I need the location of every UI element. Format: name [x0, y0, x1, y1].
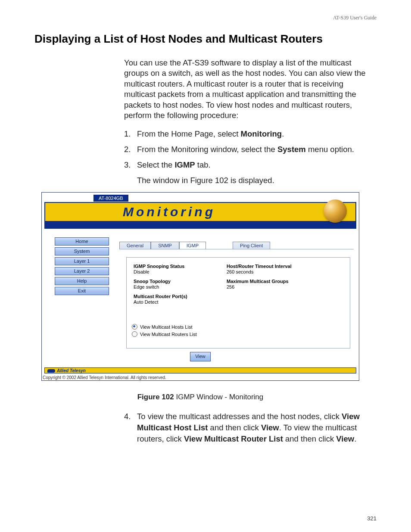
igmp-card: IGMP Snooping Status Disable Snoop Topol…	[126, 257, 350, 348]
nav-layer1[interactable]: Layer 1	[55, 257, 109, 265]
timeout-interval-label: Host/Router Timeout Interval	[227, 264, 321, 269]
intro-paragraph: You can use the AT-S39 software to displ…	[124, 58, 377, 121]
view-radios: View Multicast Hosts List View Multicast…	[132, 324, 197, 339]
nav-home[interactable]: Home	[55, 237, 109, 246]
radio-icon	[132, 324, 137, 330]
step-3: Select the IGMP tab.	[124, 159, 377, 171]
screenshot-window: AT-8024GB Monitoring Home System Layer 1…	[41, 192, 359, 381]
footer-bar: Allied Telesyn	[44, 367, 356, 373]
nav-exit[interactable]: Exit	[55, 287, 109, 295]
copyright-text: Copyright © 2002 Allied Telesyn Internat…	[43, 375, 166, 380]
multicast-router-ports-value: Auto Detect	[134, 299, 220, 305]
banner-sub-strip	[44, 222, 356, 229]
step-3-sub: The window in Figure 102 is displayed.	[137, 175, 377, 186]
max-multicast-groups-label: Maximum Multicast Groups	[227, 279, 321, 284]
view-button[interactable]: View	[190, 352, 211, 361]
radio-routers-label: View Multicast Routers List	[140, 332, 197, 337]
sidebar-nav: Home System Layer 1 Layer 2 Help Exit	[55, 237, 109, 297]
tab-igmp[interactable]: IGMP	[179, 242, 206, 249]
nav-system[interactable]: System	[55, 247, 109, 255]
device-model-tag: AT-8024GB	[93, 195, 128, 202]
step-2: From the Monitoring window, select the S…	[124, 144, 377, 155]
snoop-topology-value: Edge switch	[134, 284, 220, 289]
tab-ping-client[interactable]: Ping Client	[233, 242, 270, 249]
tabs-underline	[119, 249, 354, 249]
procedure-list-cont: To view the multicast addresses and the …	[124, 411, 377, 445]
radio-hosts-list[interactable]: View Multicast Hosts List	[132, 324, 197, 330]
procedure-list: From the Home Page, select Monitoring. F…	[124, 128, 377, 171]
banner: Monitoring	[44, 202, 356, 222]
banner-title: Monitoring	[123, 203, 355, 221]
fields-right: Host/Router Timeout Interval 260 seconds…	[227, 264, 321, 294]
max-multicast-groups-value: 256	[227, 284, 321, 289]
section-title: Displaying a List of Host Nodes and Mult…	[34, 32, 377, 46]
footer-logo: Allied Telesyn	[47, 368, 86, 373]
igmp-snooping-status-value: Disable	[134, 269, 220, 274]
snoop-topology-label: Snoop Topology	[134, 279, 220, 284]
step-1: From the Home Page, select Monitoring.	[124, 128, 377, 140]
tab-snmp[interactable]: SNMP	[151, 242, 179, 249]
nav-layer2[interactable]: Layer 2	[55, 267, 109, 275]
tabs-row: General SNMP IGMP Ping Client	[119, 242, 270, 249]
figure-102: AT-8024GB Monitoring Home System Layer 1…	[41, 192, 359, 401]
step-4: To view the multicast addresses and the …	[124, 411, 377, 445]
radio-icon	[132, 331, 137, 337]
doc-header: AT-S39 User's Guide	[34, 15, 377, 21]
timeout-interval-value: 260 seconds	[227, 269, 321, 274]
igmp-snooping-status-label: IGMP Snooping Status	[134, 264, 220, 269]
radio-hosts-label: View Multicast Hosts List	[140, 324, 192, 330]
figure-caption: Figure 102 IGMP Window - Monitoring	[41, 393, 359, 401]
page-number: 321	[367, 515, 377, 522]
multicast-router-ports-label: Multicast Router Port(s)	[134, 294, 220, 299]
nav-help[interactable]: Help	[55, 277, 109, 285]
tab-general[interactable]: General	[119, 242, 151, 249]
fields-left: IGMP Snooping Status Disable Snoop Topol…	[134, 264, 220, 309]
globe-icon	[324, 199, 347, 223]
radio-routers-list[interactable]: View Multicast Routers List	[132, 331, 197, 337]
